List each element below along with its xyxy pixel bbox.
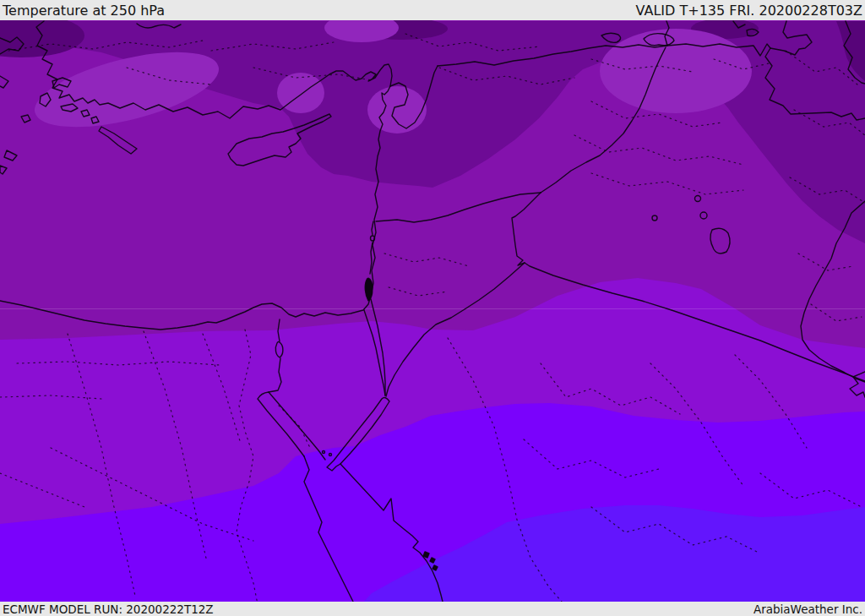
model-run-label: ECMWF MODEL RUN: 20200222T12Z bbox=[3, 602, 214, 616]
footer-bar: ECMWF MODEL RUN: 20200222T12Z ArabiaWeat… bbox=[0, 602, 865, 616]
temperature-bands bbox=[0, 0, 865, 616]
valid-time-label: VALID T+135 FRI. 20200228T03Z bbox=[636, 3, 862, 19]
brand-credit: ArabiaWeather Inc. bbox=[753, 602, 862, 616]
weather-map bbox=[0, 0, 865, 616]
map-title: Temperature at 250 hPa bbox=[3, 3, 165, 19]
header-bar: Temperature at 250 hPa VALID T+135 FRI. … bbox=[0, 0, 865, 20]
dead-sea bbox=[365, 278, 373, 301]
latitude-artifact-line bbox=[0, 308, 865, 309]
